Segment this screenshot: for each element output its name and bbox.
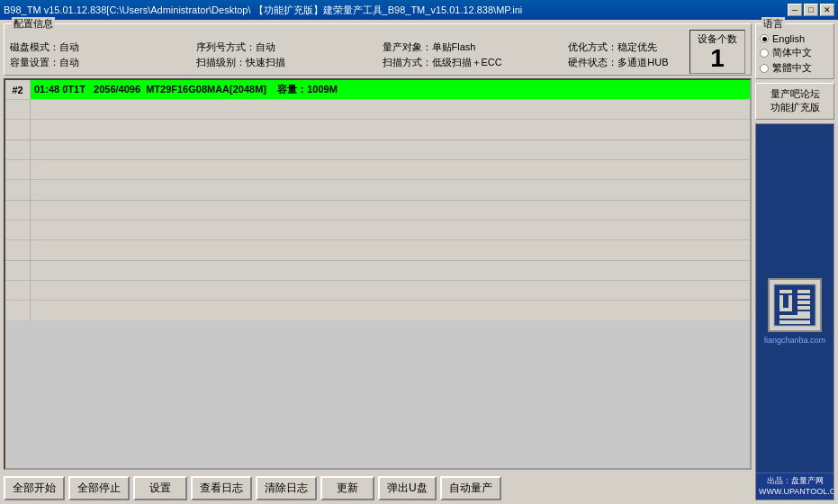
- slot-content-4: [31, 140, 750, 159]
- close-button[interactable]: ✕: [820, 4, 834, 16]
- svg-rect-4: [779, 308, 792, 311]
- main-window: 配置信息 磁盘模式：自动 序列号方式：自动 量产对象：单贴Flash 优化方式：…: [0, 20, 838, 504]
- forum-line2: 功能扩充版: [760, 101, 830, 114]
- device-count-number: 1: [698, 46, 737, 71]
- config-target: 量产对象：单贴Flash: [383, 40, 560, 54]
- slot-content-5: [31, 160, 750, 179]
- slot-num-7: [5, 201, 31, 220]
- config-grid: 磁盘模式：自动 序列号方式：自动 量产对象：单贴Flash 优化方式：稳定优先 …: [10, 40, 745, 69]
- logo-svg: [772, 283, 817, 328]
- clear-log-button[interactable]: 清除日志: [256, 476, 317, 500]
- lang-simplified-label: 简体中文: [772, 46, 812, 59]
- slot-row-10: [5, 261, 750, 281]
- auto-produce-button[interactable]: 自动量产: [440, 476, 501, 500]
- maximize-button[interactable]: □: [804, 4, 818, 16]
- slot-row-12: [5, 301, 750, 320]
- slot-group-2: [5, 140, 750, 201]
- slot-content-7: [31, 201, 750, 220]
- radio-english-dot: [762, 37, 767, 41]
- slot-num-2: [5, 100, 31, 119]
- slot-content-10: [31, 261, 750, 280]
- slot-num-12: [5, 301, 31, 320]
- window-controls: ─ □ ✕: [788, 4, 834, 16]
- svg-rect-10: [779, 315, 810, 319]
- slot-row-2: [5, 100, 750, 120]
- svg-rect-7: [797, 301, 810, 304]
- lang-box-title: 语言: [761, 17, 785, 31]
- config-disk-mode: 磁盘模式：自动: [10, 40, 187, 54]
- radio-english: [760, 34, 769, 43]
- slot-content-3: [31, 120, 750, 140]
- config-panel: 配置信息 磁盘模式：自动 序列号方式：自动 量产对象：单贴Flash 优化方式：…: [4, 23, 752, 76]
- svg-rect-11: [779, 320, 810, 324]
- language-box: 语言 English 简体中文 繁體中文: [755, 23, 834, 79]
- title-text: B98_TM v15.01.12.838[C:\Users\Administra…: [4, 4, 788, 17]
- slot-row-11: [5, 281, 750, 301]
- config-scan-mode: 扫描方式：低级扫描＋ECC: [383, 56, 560, 69]
- bottom-line1: 出品：盘量产网: [759, 475, 831, 487]
- button-bar: 全部开始 全部停止 设置 查看日志 清除日志 更新 弹出U盘 自动量产: [4, 472, 752, 500]
- slot-row-5: [5, 160, 750, 180]
- svg-rect-6: [797, 295, 810, 299]
- slot-row-4: [5, 140, 750, 160]
- view-log-button[interactable]: 查看日志: [191, 476, 252, 500]
- slot-content-12: [31, 301, 750, 320]
- slot-group-4: [5, 261, 750, 320]
- slot-row-3: [5, 120, 750, 140]
- update-button[interactable]: 更新: [320, 476, 374, 500]
- slot-group-1: #2 01:48 0T1T 2056/4096 MT29F16G08MAA[20…: [5, 80, 750, 140]
- slot-content-6: [31, 180, 750, 200]
- slot-num-6: [5, 180, 31, 200]
- slot-row-7: [5, 201, 750, 220]
- svg-rect-8: [797, 306, 810, 310]
- slot-num-1: #2: [5, 80, 31, 99]
- slot-row-9: [5, 240, 750, 260]
- slot-row-1: #2 01:48 0T1T 2056/4096 MT29F16G08MAA[20…: [5, 80, 750, 100]
- slot-content-1: 01:48 0T1T 2056/4096 MT29F16G08MAA[2048M…: [31, 80, 750, 99]
- slot-row-8: [5, 220, 750, 240]
- slot-num-3: [5, 120, 31, 140]
- right-sidebar: 语言 English 简体中文 繁體中文 量产: [755, 23, 834, 500]
- start-all-button[interactable]: 全部开始: [4, 476, 65, 500]
- forum-box: 量产吧论坛 功能扩充版: [755, 83, 834, 120]
- slot-content-11: [31, 281, 750, 300]
- config-panel-title: 配置信息: [12, 17, 55, 31]
- bottom-banner: 出品：盘量产网 WWW.UPANTOOL.COM: [756, 472, 833, 500]
- logo-icon: [768, 278, 822, 332]
- slot-num-5: [5, 160, 31, 179]
- slot-num-9: [5, 240, 31, 260]
- device-count-box: 设备个数 1: [689, 30, 745, 74]
- left-area: 配置信息 磁盘模式：自动 序列号方式：自动 量产对象：单贴Flash 优化方式：…: [4, 23, 752, 500]
- logo-box: liangchanba.com 出品：盘量产网 WWW.UPANTOOL.COM: [755, 123, 834, 500]
- lang-english[interactable]: English: [760, 33, 830, 44]
- radio-traditional: [760, 64, 769, 73]
- config-capacity: 容量设置：自动: [10, 56, 187, 69]
- svg-rect-1: [779, 290, 792, 293]
- lang-traditional[interactable]: 繁體中文: [760, 61, 830, 75]
- radio-simplified: [760, 49, 769, 58]
- lang-traditional-label: 繁體中文: [772, 61, 812, 75]
- forum-line1: 量产吧论坛: [760, 87, 830, 101]
- lang-simplified[interactable]: 简体中文: [760, 46, 830, 59]
- config-serial-mode: 序列号方式：自动: [196, 40, 374, 54]
- stop-all-button[interactable]: 全部停止: [68, 476, 130, 500]
- slot-content-8: [31, 220, 750, 239]
- bottom-line2: WWW.UPANTOOL.COM: [759, 486, 831, 498]
- svg-rect-9: [797, 311, 810, 315]
- settings-button[interactable]: 设置: [133, 476, 187, 500]
- lang-english-label: English: [772, 33, 805, 44]
- svg-rect-5: [797, 290, 810, 293]
- slot-content-2: [31, 100, 750, 119]
- eject-usb-button[interactable]: 弹出U盘: [378, 476, 437, 500]
- lang-options: English 简体中文 繁體中文: [760, 33, 830, 75]
- config-scan-level: 扫描级别：快速扫描: [196, 56, 374, 69]
- slot-content-9: [31, 240, 750, 260]
- slots-container: 量产吧 liangchanba.com #2 01:48 0T1T 2056/4…: [4, 78, 752, 470]
- slot-num-11: [5, 281, 31, 300]
- logo-url: liangchanba.com: [764, 336, 825, 346]
- slot-row-6: [5, 180, 750, 200]
- slot-group-3: [5, 201, 750, 261]
- slot-num-4: [5, 140, 31, 159]
- minimize-button[interactable]: ─: [788, 4, 802, 16]
- slot-num-10: [5, 261, 31, 280]
